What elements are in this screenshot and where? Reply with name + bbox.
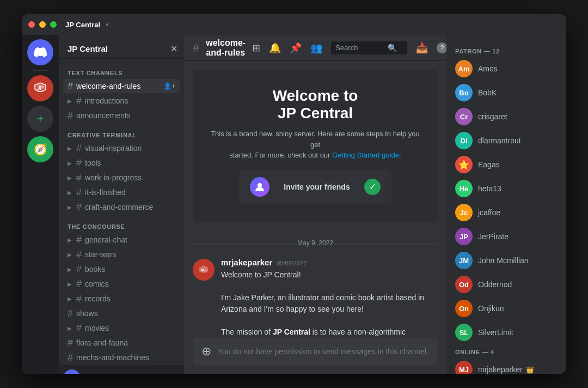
member-name: mrjakeparker 👑 [478,365,534,374]
headphones-icon[interactable]: 🎧 [154,373,164,374]
add-server-icon[interactable]: + [27,106,53,132]
explore-icon[interactable]: 🧭 [27,136,53,162]
member-name: jcaffoe [478,208,500,217]
invite-checkmark: ✓ [364,179,381,195]
message-author: mrjakeparker [221,258,272,267]
member-amos[interactable]: Am Amos [451,57,562,81]
channel-name: tools [85,159,175,167]
user-area: 🎨 🎤 🎧 ⚙️ [59,365,184,374]
hash-icon: # [76,294,82,304]
minimize-button[interactable] [39,21,46,28]
close-button[interactable] [28,21,35,28]
member-john-mcmillian[interactable]: JM John Mcmillian [451,248,562,272]
channel-name: star-wars [85,250,175,259]
collapse-arrow-icon: ▶ [68,175,72,181]
channel-star-wars[interactable]: ▶ # star-wars [63,247,180,262]
search-bar[interactable]: 🔍 [331,41,407,54]
hash-icon: # [76,323,82,333]
channel-mechs-and-machines[interactable]: # mechs-and-machines [63,350,180,365]
member-avatar: ⭐ [455,156,473,173]
server-header[interactable]: JP Central ✕ [59,35,184,59]
concourse-label: THE CONCOURSE [59,215,184,232]
inbox-icon[interactable]: 📥 [416,42,428,54]
collapse-arrow-icon: ▶ [68,252,72,258]
message-content: mrjakeparker 05/09/2022 Welcome to JP Ce… [221,258,438,338]
user-avatar: 🎨 [63,369,81,374]
getting-started-link[interactable]: Getting Started guide [332,151,399,159]
svg-text:JP: JP [37,85,44,91]
channel-flora-and-fauna[interactable]: # flora-and-fauna [63,336,180,350]
invite-box[interactable]: Invite your friends ✓ [239,169,391,204]
notification-icon[interactable]: 🔔 [269,42,281,54]
channel-name: shows [76,309,175,318]
channel-name: it-is-finished [85,188,175,197]
search-input[interactable] [335,44,384,52]
online-indicator [468,373,473,374]
member-dlarmantrout[interactable]: Dl dlarmantrout [451,129,562,153]
member-avatar: Am [455,60,473,77]
jp-central-server-icon[interactable]: JP [27,75,53,101]
member-jcaffoe[interactable]: Jc jcaffoe [451,201,562,225]
members-sidebar: PATRON — 12 Am Amos Bo BobK Cr crisgaret… [446,35,566,374]
hash-icon: # [68,308,73,318]
hash-icon: # [76,202,82,212]
member-avatar: He [455,180,473,197]
member-heta13[interactable]: He heta13 [451,177,562,201]
channel-visual-inspiration[interactable]: ▶ # visual-inspiration [63,141,180,155]
channel-it-is-finished[interactable]: ▶ # it-is-finished [63,185,180,199]
title-bar: JP Central ▾ [22,14,566,35]
collapse-arrow-icon: ▶ [68,296,72,302]
collapse-arrow-icon: ▶ [68,325,72,331]
hash-icon: # [76,143,82,153]
pinned-icon[interactable]: 📌 [290,42,302,54]
maximize-button[interactable] [50,21,57,28]
add-attachment-icon[interactable]: ⊕ [201,344,211,359]
channel-movies[interactable]: ▶ # movies [63,321,180,335]
channel-name: visual-inspiration [85,144,175,153]
member-oddernod[interactable]: Od Oddernod [451,272,562,296]
help-icon[interactable]: ? [437,43,446,53]
threads-icon[interactable]: ⊞ [252,42,260,54]
discord-server-icon[interactable] [27,39,53,65]
member-silverlimit[interactable]: SL SilverLimit [451,320,562,344]
text-channels-label: TEXT CHANNELS [59,61,184,78]
channel-books[interactable]: ▶ # books [63,262,180,276]
channel-shows[interactable]: # shows [63,306,180,320]
member-name: Onjikun [478,304,504,313]
settings-icon[interactable]: ⚙️ [169,373,180,374]
invite-avatar [250,177,270,197]
member-bobk[interactable]: Bo BobK [451,81,562,105]
user-area-icons: 🎤 🎧 ⚙️ [138,373,180,374]
member-onjikun[interactable]: On Onjikun [451,296,562,320]
collapse-arrow-icon: ▶ [68,98,72,104]
member-name: BobK [478,88,497,97]
channel-craft-and-commerce[interactable]: ▶ # craft-and-commerce [63,200,180,214]
channel-name: craft-and-commerce [85,203,175,211]
member-crisgaret[interactable]: Cr crisgaret [451,105,562,129]
member-mrjakeparker[interactable]: MJ mrjakeparker 👑 [451,357,562,374]
member-jerpirate[interactable]: JP JerPirate [451,225,562,248]
member-name: JerPirate [478,232,509,241]
channel-introductions[interactable]: ▶ # introductions [63,94,180,108]
channel-announcements[interactable]: # announcements [63,108,180,123]
channel-header: # welcome-and-rules ⊞ 🔔 📌 👥 🔍 📥 ? [184,35,446,61]
channel-name: introductions [85,96,175,105]
channel-name: records [85,294,175,303]
channel-work-in-progress[interactable]: ▶ # work-in-progress [63,171,180,185]
online-section-label: ONLINE — 4 [451,344,562,357]
hash-icon: # [68,81,73,91]
member-avatar: MJ [455,361,473,374]
server-sidebar: JP + 🧭 [22,35,59,374]
channel-general-chat[interactable]: ▶ # general-chat [63,233,180,247]
member-eagas[interactable]: ⭐ Eagas [451,153,562,177]
members-icon[interactable]: 👥 [310,42,322,54]
member-name: Oddernod [478,280,512,289]
channel-tools[interactable]: ▶ # tools [63,156,180,170]
channel-welcome-and-rules[interactable]: # welcome-and-rules 👤+ [63,79,180,93]
app-body: JP + 🧭 JP Central ✕ TEXT CHANNELS # welc… [22,35,566,374]
channel-records[interactable]: ▶ # records [63,292,180,306]
channel-comics[interactable]: ▶ # comics [63,277,180,291]
member-avatar: Jc [455,204,473,221]
member-name: dlarmantrout [478,136,521,145]
mic-icon[interactable]: 🎤 [138,373,149,374]
